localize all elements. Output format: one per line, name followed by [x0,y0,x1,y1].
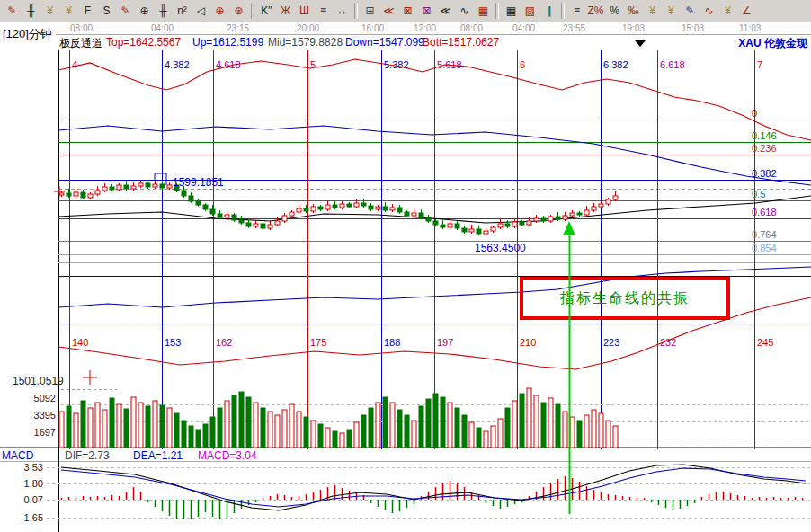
macd-macd-value: MACD=3.04 [198,449,257,462]
n-square-icon[interactable]: n² [173,2,192,20]
percent-icon[interactable]: % [605,2,624,20]
time-axis-label: 12:00 [414,23,436,33]
slant-lines-icon[interactable]: ∥ [539,2,558,20]
angle-tool-icon[interactable]: ∠ [737,2,756,20]
toolbar-separator [561,3,565,19]
grid-ruler-icon[interactable]: ╫ [154,2,173,20]
channel-bott-value: Bott=1517.0627 [423,36,499,49]
wave-tool-icon[interactable]: ∿ [700,2,718,20]
gold-section-icon[interactable]: ¥ [40,2,59,20]
channel-mid-value: Mid=1579.8828 [268,36,343,49]
toolbar-separator [495,3,499,19]
indicator-values-row: 极反通道 Top=1642.5567 Up=1612.5199 Mid=1579… [0,35,811,49]
time-axis-label: 08:00 [460,23,483,33]
zigzag-icon[interactable]: ∿ [455,2,474,20]
pen-tool-icon[interactable]: ✎ [3,2,22,20]
channel-top-value: Top=1642.5567 [106,36,181,49]
macd-dif-value: DIF=2.73 [65,449,110,462]
chart-header: [120]分钟 08:0004:0023:1520:0016:0012:0008… [0,22,811,49]
gold-line-icon[interactable]: ¥ [662,2,681,20]
tick-ruler-icon[interactable]: ╫ [22,2,40,20]
cycle-tool-icon[interactable]: ⊕ [135,2,154,20]
gold-circle-icon[interactable]: ¥ [643,2,662,20]
time-axis-label: 19:03 [622,23,645,33]
target-icon[interactable]: ⊕ [210,2,229,20]
spiral-icon[interactable]: S [97,2,116,20]
time-axis-label: 04:00 [512,23,535,33]
annotation-callout-text: 指标生命线的共振 [560,289,690,308]
time-axis: 08:0004:0023:1520:0016:0012:0008:0004:00… [56,22,811,35]
flag-tool-icon[interactable]: ◁ [192,2,210,20]
gann-fan-icon[interactable]: ≪ [379,2,398,20]
fibonacci-icon[interactable]: F [78,2,97,20]
toolbar-separator [354,3,358,19]
grid-box2-icon[interactable]: ▨ [521,2,539,20]
channel-down-value: Down=1547.099 [345,36,424,49]
scale-ruler-icon[interactable]: ≡ [567,2,586,20]
macd-header-row: MACD DIF=2.73 DEA=1.21 MACD=3.04 [0,449,811,461]
time-axis-label: 23:15 [227,23,249,33]
shen-grid-icon[interactable]: Ж [276,2,295,20]
k-pattern-icon[interactable]: K" [257,2,276,20]
brush-tool-icon[interactable]: ✎ [116,2,135,20]
macd-dea-value: DEA=1.21 [133,449,183,462]
ying-grid-icon[interactable]: Ш [295,2,314,20]
calendar-grid-icon[interactable]: ▦ [474,2,493,20]
permille-icon[interactable]: ‰ [624,2,643,20]
pen-blue-icon[interactable]: ✎ [681,2,700,20]
fan-grid2-icon[interactable]: ⊠ [417,2,436,20]
speed-lines-icon[interactable]: ≪ [436,2,455,20]
time-axis-label: 15:03 [682,23,704,33]
macd-panel-title[interactable]: MACD [2,449,33,462]
web-grid-icon[interactable]: ⊛ [229,2,248,20]
time-axis-label: 16:00 [361,23,384,33]
time-axis-label: 20:00 [297,23,319,33]
gold-section2-icon[interactable]: ¥ [59,2,78,20]
main-toolbar: ✎╫¥¥FS✎⊕╫n²◁⊕⊛K"ЖШ≡↔⊞≪⊠⊠≪∿▦▦▨∥≡Z%%‰¥¥✎∿¥… [0,0,811,22]
frame-tool-icon[interactable]: ⊞ [361,2,379,20]
grid-box-icon[interactable]: ▦ [502,2,521,20]
time-axis-label: 11:03 [739,23,761,33]
trading-app-window: ✎╫¥¥FS✎⊕╫n²◁⊕⊛K"ЖШ≡↔⊞≪⊠⊠≪∿▦▦▨∥≡Z%%‰¥¥✎∿¥… [0,0,811,532]
toolbar-separator [251,3,254,19]
channel-up-value: Up=1612.5199 [192,36,263,49]
time-axis-label: 08:00 [70,23,93,33]
percent-line-icon[interactable]: Z% [586,2,605,20]
gold-underline-icon[interactable]: ¥ [718,2,737,20]
fan-grid-icon[interactable]: ⊠ [398,2,417,20]
ruler-123-icon[interactable]: ≡ [314,2,333,20]
annotation-callout-box[interactable]: 指标生命线的共振 [520,277,730,320]
time-axis-label: 23:55 [563,23,585,33]
time-axis-label: 04:00 [151,23,174,33]
span-arrows-icon[interactable]: ↔ [333,2,352,20]
